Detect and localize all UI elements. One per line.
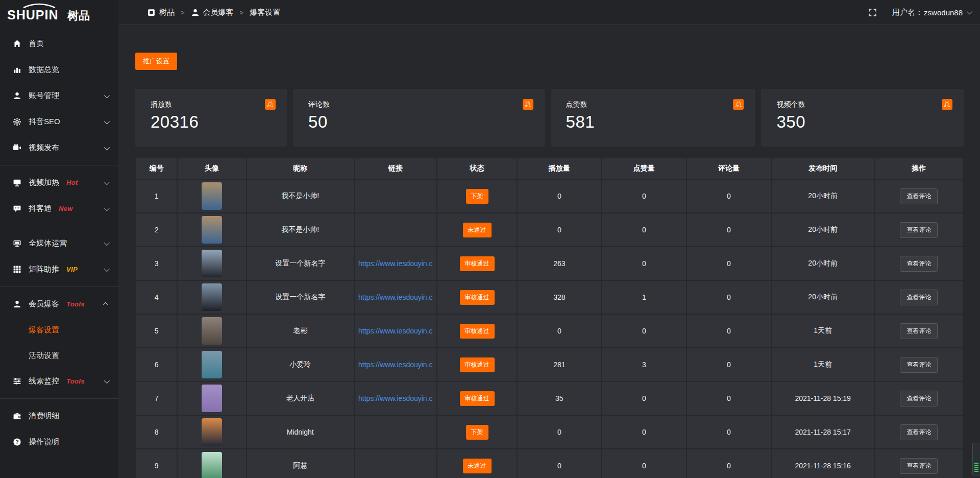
action-cell: 查看评论 xyxy=(875,180,963,212)
total-badge: 总 xyxy=(523,99,533,110)
view-comments-button[interactable]: 查看评论 xyxy=(900,323,938,339)
sidebar-item-matrix-boost[interactable]: 矩阵助推 VIP xyxy=(0,256,118,282)
username-label: 用户名： xyxy=(892,8,923,17)
breadcrumb-label: 会员爆客 xyxy=(203,8,234,17)
view-comments-button[interactable]: 查看评论 xyxy=(900,357,938,373)
sidebar-item-account-management[interactable]: 账号管理 xyxy=(0,83,118,109)
avatar xyxy=(202,385,222,412)
nickname-cell: 我不是小帅! xyxy=(247,180,354,212)
avatar xyxy=(202,452,222,478)
videos-table: 编号头像昵称链接状态播放量点赞量评论量发布时间操作 1 我不是小帅! 下架 0 … xyxy=(135,157,964,478)
video-icon xyxy=(12,144,21,153)
breadcrumb-item-shupin[interactable]: 树品 xyxy=(147,8,175,17)
view-comments-button[interactable]: 查看评论 xyxy=(900,458,938,474)
view-comments-button[interactable]: 查看评论 xyxy=(900,424,938,440)
time-cell: 20小时前 xyxy=(772,281,874,314)
video-link[interactable]: https://www.iesdouyin.c xyxy=(358,394,433,402)
row-number-cell: 6 xyxy=(136,348,177,381)
status-badge[interactable]: 审核通过 xyxy=(460,391,495,406)
status-badge[interactable]: 下架 xyxy=(466,189,488,204)
row-number-cell: 2 xyxy=(136,213,177,246)
view-comments-button[interactable]: 查看评论 xyxy=(900,290,938,305)
user-icon xyxy=(12,91,21,101)
sidebar-item-douketong[interactable]: 抖客通 New xyxy=(0,196,118,222)
plays-cell: 35 xyxy=(518,382,601,415)
signal-bar xyxy=(974,463,978,464)
sidebar-item-home[interactable]: 首页 xyxy=(0,31,118,57)
table-row: 8 Midnight 下架 0 0 0 2021-11-28 15:17 查看评… xyxy=(136,416,963,448)
avatar-cell xyxy=(178,416,246,448)
status-badge[interactable]: 审核通过 xyxy=(460,290,495,305)
sidebar-item-member-baoke[interactable]: 会员爆客 Tools xyxy=(0,291,118,317)
likes-cell: 0 xyxy=(602,180,686,212)
sidebar-subitem-activity-settings[interactable]: 活动设置 xyxy=(0,343,118,368)
sidebar-item-label: 数据总览 xyxy=(29,65,59,75)
sidebar-item-clue-monitor[interactable]: 线索监控 Tools xyxy=(0,368,118,394)
status-badge[interactable]: 审核通过 xyxy=(460,357,495,372)
content: 推广设置 播放数 总 20316 评论数 总 50 点赞数 总 581 视频个数… xyxy=(118,25,980,478)
promo-settings-button[interactable]: 推广设置 xyxy=(135,53,177,70)
sidebar-item-douyin-seo[interactable]: 抖音SEO xyxy=(0,109,118,135)
sidebar-item-video-heat[interactable]: 视频加热 Hot xyxy=(0,170,118,196)
breadcrumb-label: 树品 xyxy=(159,8,175,17)
table-row: 7 老人开店 https://www.iesdouyin.c 审核通过 35 0… xyxy=(136,382,963,415)
avatar xyxy=(202,216,222,244)
sidebar-item-tag: Hot xyxy=(66,179,78,186)
sidebar-item-label: 视频加热 xyxy=(29,178,59,187)
view-comments-button[interactable]: 查看评论 xyxy=(900,222,938,238)
breadcrumb: 树品 > 会员爆客 > 爆客设置 xyxy=(147,8,280,17)
breadcrumb-item-member-baoke[interactable]: 会员爆客 xyxy=(191,8,234,17)
sidebar-item-label: 视频发布 xyxy=(29,143,59,153)
status-badge[interactable]: 未通过 xyxy=(463,223,492,237)
sidebar-item-tag: New xyxy=(59,205,73,212)
view-comments-button[interactable]: 查看评论 xyxy=(900,188,938,204)
plays-cell: 281 xyxy=(518,348,601,381)
video-link[interactable]: https://www.iesdouyin.c xyxy=(358,361,433,369)
chevron-up-icon xyxy=(103,302,108,307)
likes-cell: 1 xyxy=(602,281,686,314)
home-icon xyxy=(12,39,21,49)
status-badge[interactable]: 审核通过 xyxy=(460,324,495,339)
chevron-down-icon xyxy=(104,377,110,383)
stat-label: 视频个数 xyxy=(776,100,805,109)
sidebar-item-label: 操作说明 xyxy=(29,437,59,447)
sidebar-item-data-overview[interactable]: 数据总览 xyxy=(0,57,118,83)
table-row: 1 我不是小帅! 下架 0 0 0 20小时前 查看评论 xyxy=(136,180,963,212)
comments-cell: 0 xyxy=(687,281,770,314)
comments-cell: 0 xyxy=(687,416,770,448)
breadcrumb-item-baoke-settings[interactable]: 爆客设置 xyxy=(250,8,280,17)
sidebar-subitem-baoke-settings[interactable]: 爆客设置 xyxy=(0,317,118,343)
stat-card-videos: 视频个数 总 350 xyxy=(761,89,964,147)
sidebar-item-video-publish[interactable]: 视频发布 xyxy=(0,135,118,161)
column-header: 头像 xyxy=(178,158,246,179)
sidebar-item-omni-media[interactable]: 全媒体运营 xyxy=(0,230,118,256)
video-link[interactable]: https://www.iesdouyin.c xyxy=(358,259,433,268)
fullscreen-icon[interactable] xyxy=(868,8,877,17)
screen-icon xyxy=(12,178,21,187)
time-cell: 1天前 xyxy=(772,315,874,347)
status-badge[interactable]: 下架 xyxy=(466,425,488,440)
action-cell: 查看评论 xyxy=(875,416,963,448)
avatar xyxy=(202,351,222,378)
comments-cell: 0 xyxy=(687,348,770,381)
view-comments-button[interactable]: 查看评论 xyxy=(900,391,938,407)
floating-widget[interactable] xyxy=(972,443,980,475)
row-number-cell: 3 xyxy=(136,247,177,280)
status-badge[interactable]: 审核通过 xyxy=(460,256,495,271)
chevron-down-icon xyxy=(104,266,110,271)
video-link[interactable]: https://www.iesdouyin.c xyxy=(358,327,433,335)
sidebar-item-operation-guide[interactable]: ? 操作说明 xyxy=(0,429,118,455)
link-cell: https://www.iesdouyin.c xyxy=(355,315,436,347)
view-comments-button[interactable]: 查看评论 xyxy=(900,256,938,272)
video-link[interactable]: https://www.iesdouyin.c xyxy=(358,293,433,301)
row-number-cell: 5 xyxy=(136,315,177,347)
column-header: 链接 xyxy=(355,158,436,179)
avatar xyxy=(202,283,222,311)
stat-cards: 播放数 总 20316 评论数 总 50 点赞数 总 581 视频个数 总 35… xyxy=(135,89,964,147)
row-number-cell: 4 xyxy=(136,281,177,314)
table-row: 3 设置一个新名字 https://www.iesdouyin.c 审核通过 2… xyxy=(136,247,963,280)
signal-bar xyxy=(974,467,978,468)
status-badge[interactable]: 未通过 xyxy=(463,459,492,473)
user-menu[interactable]: 用户名：zswodun88 xyxy=(892,8,971,17)
sidebar-item-consumption-detail[interactable]: 消费明细 xyxy=(0,403,118,429)
